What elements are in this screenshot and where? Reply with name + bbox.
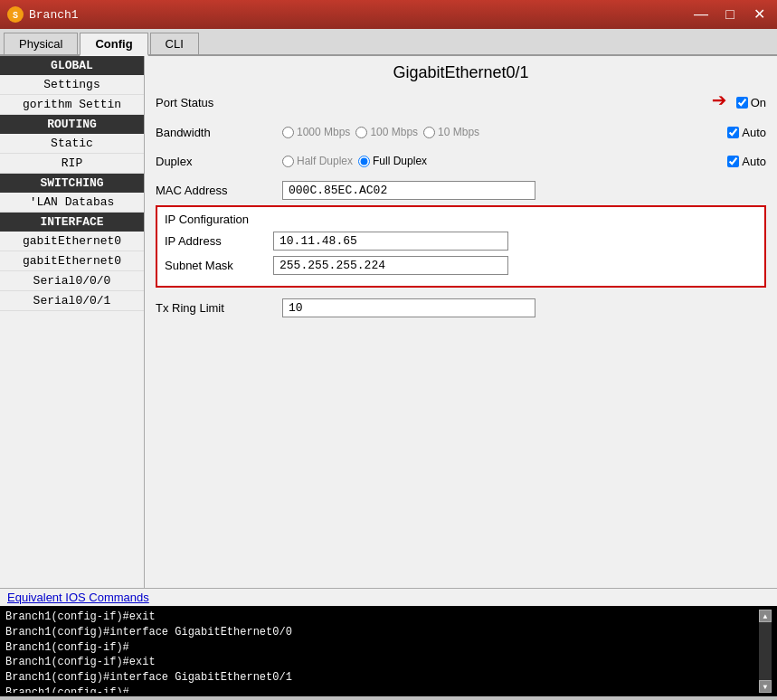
port-status-checkbox-group: On xyxy=(736,96,766,109)
bandwidth-label: Bandwidth xyxy=(156,126,282,139)
sidebar-item-serial0[interactable]: Serial0/0/0 xyxy=(0,271,144,291)
mac-address-row: MAC Address xyxy=(156,178,766,202)
right-arrow-icon: ➔ xyxy=(712,90,727,115)
duplex-auto-group: Auto xyxy=(727,155,766,168)
tx-ring-label: Tx Ring Limit xyxy=(156,301,282,315)
bandwidth-10-option: 10 Mbps xyxy=(423,126,479,138)
bandwidth-1000-option: 1000 Mbps xyxy=(282,126,350,138)
bandwidth-100-label: 100 Mbps xyxy=(370,126,418,138)
maximize-button[interactable]: □ xyxy=(719,7,741,22)
sidebar-item-serial1[interactable]: Serial0/0/1 xyxy=(0,291,144,311)
sidebar-item-settings[interactable]: Settings xyxy=(0,75,144,95)
terminal-content: Branch1(config-if)#exit Branch1(config)#… xyxy=(5,610,759,693)
ip-address-row: IP Address xyxy=(165,232,757,251)
duplex-half-label: Half Duplex xyxy=(297,155,353,167)
bandwidth-1000-label: 1000 Mbps xyxy=(297,126,350,138)
terminal-line-5: Branch1(config)#interface GigabitEtherne… xyxy=(5,670,759,686)
terminal-box: Branch1(config-if)#exit Branch1(config)#… xyxy=(0,606,777,696)
ip-config-header: IP Configuration xyxy=(165,213,757,226)
bandwidth-100-option: 100 Mbps xyxy=(355,126,418,138)
bottom-section: Equivalent IOS Commands Branch1(config-i… xyxy=(0,588,777,696)
mac-address-input[interactable] xyxy=(282,181,535,200)
sidebar-item-static[interactable]: Static xyxy=(0,134,144,154)
tab-physical[interactable]: Physical xyxy=(4,33,78,54)
terminal-line-4: Branch1(config-if)#exit xyxy=(5,655,759,670)
subnet-mask-label: Subnet Mask xyxy=(165,259,273,272)
duplex-auto-label: Auto xyxy=(742,155,766,168)
bandwidth-10-radio[interactable] xyxy=(423,127,435,138)
title-bar: S Branch1 — □ ✕ xyxy=(0,0,777,29)
duplex-full-radio[interactable] xyxy=(358,156,370,167)
tab-config[interactable]: Config xyxy=(80,33,147,56)
terminal-line-2: Branch1(config)#interface GigabitEtherne… xyxy=(5,625,759,640)
mac-address-label: MAC Address xyxy=(156,184,282,197)
sidebar-header-switching: SWITCHING xyxy=(0,174,144,193)
port-status-label: Port Status xyxy=(156,96,282,109)
sidebar-item-ge1[interactable]: gabitEthernet0 xyxy=(0,251,144,271)
duplex-row: Duplex Half Duplex Full Duplex Auto xyxy=(156,149,766,173)
duplex-full-label: Full Duplex xyxy=(373,155,427,167)
bandwidth-row: Bandwidth 1000 Mbps 100 Mbps 10 Mbps xyxy=(156,120,766,144)
port-status-row: Port Status ➔ On xyxy=(156,90,766,115)
svg-text:S: S xyxy=(13,11,18,21)
bandwidth-radio-group: 1000 Mbps 100 Mbps 10 Mbps xyxy=(282,126,727,138)
tab-cli[interactable]: CLI xyxy=(150,33,199,54)
terminal-line-1: Branch1(config-if)#exit xyxy=(5,610,759,625)
app-icon: S xyxy=(7,6,24,23)
port-status-checkbox[interactable] xyxy=(736,97,748,109)
bandwidth-auto-label: Auto xyxy=(742,126,766,139)
bandwidth-10-label: 10 Mbps xyxy=(438,126,479,138)
bandwidth-1000-radio[interactable] xyxy=(282,127,294,138)
duplex-auto-checkbox[interactable] xyxy=(727,156,739,167)
bandwidth-auto-checkbox[interactable] xyxy=(727,127,739,138)
sidebar-header-global: GLOBAL xyxy=(0,56,144,75)
sidebar-header-interface: INTERFACE xyxy=(0,213,144,232)
duplex-radio-group: Half Duplex Full Duplex xyxy=(282,155,727,167)
duplex-full-option: Full Duplex xyxy=(358,155,427,167)
window-controls: — □ ✕ xyxy=(690,7,770,22)
terminal-line-3: Branch1(config-if)# xyxy=(5,640,759,656)
subnet-mask-row: Subnet Mask xyxy=(165,256,757,275)
sidebar-header-routing: ROUTING xyxy=(0,115,144,134)
duplex-label: Duplex xyxy=(156,155,282,168)
tx-ring-input[interactable] xyxy=(282,298,535,317)
sidebar-item-vlan[interactable]: 'LAN Databas xyxy=(0,193,144,213)
terminal-scroll-track xyxy=(759,622,772,680)
ip-config-section: IP Configuration IP Address Subnet Mask xyxy=(156,205,766,288)
terminal-scrollbar: ▲ ▼ xyxy=(759,610,772,693)
config-table: Port Status ➔ On Bandwidth 1000 Mbps xyxy=(145,90,777,202)
sidebar-item-ge0[interactable]: gabitEthernet0 xyxy=(0,232,144,251)
sidebar-item-rip[interactable]: RIP xyxy=(0,154,144,174)
subnet-mask-input[interactable] xyxy=(273,256,508,275)
close-button[interactable]: ✕ xyxy=(748,7,770,22)
minimize-button[interactable]: — xyxy=(690,7,712,22)
interface-title: GigabitEthernet0/1 xyxy=(145,56,777,90)
main-content: GLOBAL Settings gorithm Settin ROUTING S… xyxy=(0,56,777,588)
tab-bar: Physical Config CLI xyxy=(0,29,777,56)
duplex-half-option: Half Duplex xyxy=(282,155,353,167)
terminal-label: Equivalent IOS Commands xyxy=(0,589,777,606)
right-panel: GigabitEthernet0/1 Port Status ➔ On Band… xyxy=(145,56,777,588)
sidebar-item-algorithm[interactable]: gorithm Settin xyxy=(0,95,144,115)
tx-ring-row: Tx Ring Limit xyxy=(145,298,777,317)
port-status-arrow: ➔ xyxy=(282,90,736,115)
sidebar: GLOBAL Settings gorithm Settin ROUTING S… xyxy=(0,56,145,588)
duplex-half-radio[interactable] xyxy=(282,156,294,167)
ip-address-label: IP Address xyxy=(165,234,273,248)
sidebar-inner: GLOBAL Settings gorithm Settin ROUTING S… xyxy=(0,56,144,588)
terminal-line-6: Branch1(config-if)# xyxy=(5,686,759,693)
port-status-on-label: On xyxy=(751,96,766,109)
window-title: Branch1 xyxy=(29,8,79,22)
terminal-scroll-down-button[interactable]: ▼ xyxy=(759,680,772,693)
bandwidth-100-radio[interactable] xyxy=(355,127,367,138)
bandwidth-auto-group: Auto xyxy=(727,126,766,139)
terminal-scroll-up-button[interactable]: ▲ xyxy=(759,610,772,622)
ip-address-input[interactable] xyxy=(273,232,508,251)
